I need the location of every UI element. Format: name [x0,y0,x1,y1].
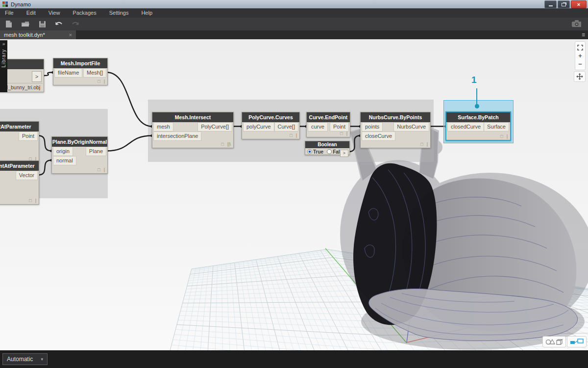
node-title[interactable]: Curve.EndPoint [307,112,350,122]
menu-view[interactable]: View [42,8,67,18]
node-polyCurveCurves[interactable]: PolyCurve.CurvespolyCurveCurve[]□| [242,112,300,139]
lacing-icon[interactable]: | [427,142,428,147]
preview-toggle-icon[interactable]: □ [420,142,423,147]
node-title[interactable]: Mesh.ImportFile [53,58,107,68]
preview-toggle-icon[interactable]: □ [221,142,223,147]
save-icon[interactable] [37,20,47,28]
preview-toggle-icon[interactable]: □ [98,167,100,172]
input-port-origin[interactable]: origin [53,147,73,156]
node-title[interactable]: NurbsCurve.ByPoints [361,112,430,122]
minimize-icon [549,5,553,6]
annotation-line [476,88,477,105]
menu-file[interactable]: File [0,8,20,18]
node-title[interactable]: Boolean [305,141,349,148]
node-surfaceByPatch[interactable]: Surface.ByPatchclosedCurveSurface□| [445,111,511,141]
node-footer: □| [497,134,508,139]
node-title[interactable]: Curve.TangentAtParameter [0,161,39,171]
preview-toggle-icon[interactable]: □ [290,133,292,138]
tab-mesh-toolkit[interactable]: mesh toolkit.dyn* × [0,30,76,39]
zoom-fit-button[interactable] [576,43,584,52]
tab-close-icon[interactable]: × [69,30,72,39]
input-port-points[interactable]: points [362,123,382,131]
node-footer: □| [94,79,105,84]
node-title[interactable]: Surface.ByPatch [446,112,510,122]
input-port-normal[interactable]: normal [53,157,76,165]
output-port-NurbsCurve[interactable]: NurbsCurve [394,123,429,131]
tab-label: mesh toolkit.dyn* [4,32,45,38]
zoom-in-button[interactable]: + [576,52,584,60]
annotation-number: 1 [471,75,477,85]
geometry-preview-button[interactable] [542,336,566,347]
input-port-fileName[interactable]: fileName [55,69,82,77]
node-meshImport[interactable]: Mesh.ImportFilefileNameMesh[]□| [53,58,108,85]
radio-true[interactable]: True [307,149,323,155]
graph-view-icon [570,338,584,345]
node-title[interactable]: Curve.PointAtParameter [0,122,39,131]
geometry-icons [545,338,563,345]
node-curveEndPoint[interactable]: Curve.EndPointcurvePoint□| [306,112,350,137]
undo-icon[interactable] [54,20,64,28]
output-port-Plane[interactable]: Plane [86,147,106,156]
preview-toggle-icon[interactable]: □ [340,131,343,136]
output-port-PolyCurve[][interactable]: PolyCurve[] [198,123,232,131]
output-port-Point[interactable]: Point [19,132,37,140]
output-port[interactable]: > [340,150,348,157]
node-nurbsByPoints[interactable]: NurbsCurve.ByPointspointscloseCurveNurbs… [360,112,431,148]
menu-packages[interactable]: Packages [66,8,102,18]
restore-button[interactable] [558,0,570,8]
output-port-Surface[interactable]: Surface [484,123,509,131]
pan-button[interactable] [574,71,586,82]
preview-toggle-icon[interactable]: □ [500,134,503,139]
run-mode-select[interactable]: Automatic ▾ [2,353,48,365]
redo-icon[interactable] [71,20,80,28]
lacing-icon[interactable]: | [35,198,36,203]
tab-overflow-menu-icon[interactable]: ≡ [582,30,585,39]
preview-toggle-icon[interactable]: □ [29,198,31,203]
lacing-icon[interactable]: | [346,131,347,136]
export-image-camera-icon[interactable] [571,19,581,28]
lacing-icon[interactable]: | [507,134,508,139]
node-booleanNode[interactable]: Boolean TrueFalse > [305,141,350,155]
input-port-closedCurve[interactable]: closedCurve [448,123,484,131]
lacing-icon[interactable]: | [296,133,297,138]
new-file-icon[interactable] [4,20,14,28]
input-port-curve[interactable]: curve [308,123,327,131]
node-planeNode[interactable]: Plane.ByOriginNormaloriginnormalPlane□| [51,136,108,174]
close-button[interactable]: × [571,0,587,8]
output-port[interactable]: > [32,71,42,82]
library-expand-icon[interactable]: » [2,41,5,47]
node-pointAtParam[interactable]: Curve.PointAtParameterPoint□| [0,121,39,163]
menu-edit[interactable]: Edit [20,8,42,18]
node-footer: □| [337,131,347,136]
input-port-closeCurve[interactable]: closeCurve [362,132,395,140]
lacing-icon[interactable]: ||\ [227,142,231,147]
library-label: Library [1,49,6,68]
output-port-Point[interactable]: Point [330,123,348,131]
dropdown-caret-icon: ▾ [41,357,43,362]
node-meshIntersect[interactable]: Mesh.IntersectmeshintersectionPlanePolyC… [152,112,234,148]
lacing-icon[interactable]: | [104,167,105,172]
node-title[interactable]: Mesh.Intersect [152,112,233,122]
zoom-out-button[interactable]: − [576,60,584,68]
menu-help[interactable]: Help [135,8,159,18]
node-title[interactable]: PolyCurve.Curves [242,112,299,122]
node-tangentAtParam[interactable]: Curve.TangentAtParameterVector□| [0,160,39,205]
library-collapsed-panel[interactable]: » Library [0,40,7,92]
input-port-intersectionPlane[interactable]: intersectionPlane [154,132,201,140]
window-title: Dynamo [11,1,31,7]
minimize-button[interactable] [544,0,557,8]
output-port-Mesh[][interactable]: Mesh[] [84,69,106,77]
output-port-Vector[interactable]: Vector [16,171,37,180]
menu-bar: FileEditViewPackagesSettingsHelp [0,8,588,18]
annotation-dot [475,104,479,108]
graph-view-button[interactable] [567,336,587,347]
node-footer: □| [417,142,428,147]
output-port-Curve[][interactable]: Curve[] [275,123,298,131]
input-port-mesh[interactable]: mesh [154,123,173,131]
preview-toggle-icon[interactable]: □ [98,79,100,84]
input-port-polyCurve[interactable]: polyCurve [244,123,274,131]
lacing-icon[interactable]: | [104,79,105,84]
node-title[interactable]: Plane.ByOriginNormal [52,137,107,147]
open-file-icon[interactable] [21,20,30,28]
menu-settings[interactable]: Settings [103,8,135,18]
